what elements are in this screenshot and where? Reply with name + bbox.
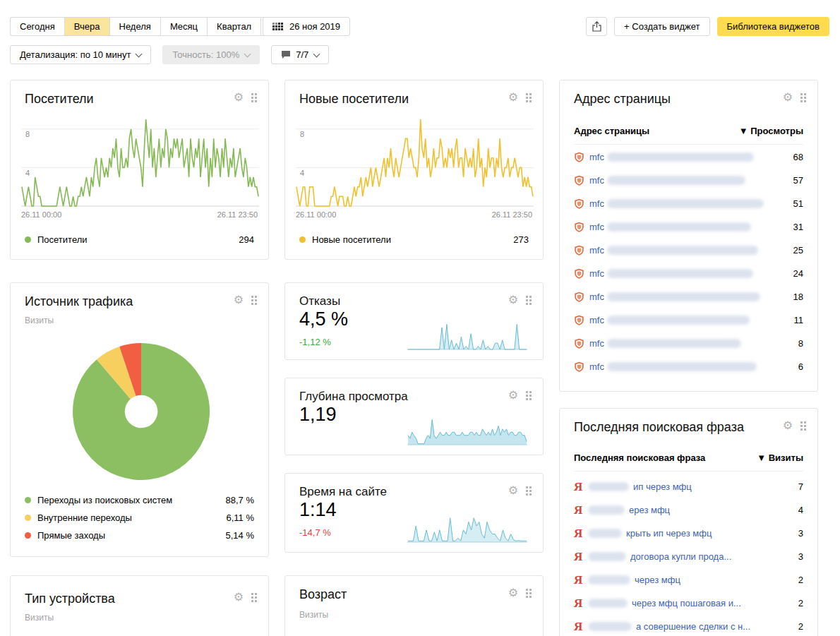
x-axis-tick: 26.11 23:50	[217, 210, 258, 219]
column-header-name[interactable]: Адрес страницы	[574, 126, 649, 136]
page-url-link[interactable]: mfc	[589, 268, 604, 279]
blurred-phrase	[588, 599, 628, 608]
visits-value: 3	[798, 551, 803, 562]
legend-dot	[25, 515, 31, 521]
gear-icon[interactable]: ⚙	[508, 294, 518, 306]
widget-device-type: Тип устройства Визиты ⚙	[10, 575, 269, 636]
drag-handle-icon[interactable]	[526, 391, 532, 400]
table-row[interactable]: Яип через мфц7	[574, 475, 803, 498]
table-row[interactable]: Якрыть ип через мфц3	[574, 522, 803, 545]
gear-icon[interactable]: ⚙	[234, 294, 244, 306]
phrase-link[interactable]: через мфц	[635, 575, 680, 585]
blurred-phrase	[588, 482, 629, 491]
page-url-link[interactable]: mfc	[589, 338, 604, 349]
legend-label: Новые посетители	[312, 234, 391, 245]
phrase-link[interactable]: крыть ип через мфц	[626, 528, 712, 539]
accuracy-dropdown[interactable]: Точность: 100%	[162, 45, 260, 64]
table-row[interactable]: mfc24	[574, 262, 803, 285]
shield-icon	[574, 315, 585, 325]
tab-month[interactable]: Месяц	[160, 17, 207, 36]
column-header-name[interactable]: Последняя поисковая фраза	[574, 452, 705, 463]
page-url-link[interactable]: mfc	[589, 245, 604, 256]
page-url-link[interactable]: mfc	[589, 175, 604, 186]
gear-icon[interactable]: ⚙	[508, 485, 518, 496]
legend-label: Прямые заходы	[37, 530, 105, 541]
gear-icon[interactable]: ⚙	[783, 420, 793, 431]
phrase-link[interactable]: ерез мфц	[629, 505, 670, 515]
legend-dot	[25, 236, 31, 243]
table-row[interactable]: mfc68	[574, 145, 803, 169]
drag-handle-icon[interactable]	[800, 93, 806, 102]
drag-handle-icon[interactable]	[526, 93, 532, 102]
phrase-link[interactable]: через мфц пошаговая и...	[632, 598, 741, 608]
gear-icon[interactable]: ⚙	[508, 587, 518, 599]
tab-today[interactable]: Сегодня	[10, 17, 64, 36]
tab-yesterday[interactable]: Вчера	[64, 17, 109, 36]
page-url-link[interactable]: mfc	[589, 315, 604, 325]
drag-handle-icon[interactable]	[251, 593, 257, 602]
blurred-url	[607, 339, 741, 348]
legend-row[interactable]: Посетители 294	[25, 234, 254, 245]
page-url-link[interactable]: mfc	[589, 361, 604, 372]
widget-age: Возраст Визиты ⚙	[284, 575, 544, 636]
widget-title: Последняя поисковая фраза	[574, 420, 744, 435]
widget-new-visitors: Новые посетители ⚙ 8 4 26.11 00:00 26.11…	[284, 80, 544, 260]
table-row[interactable]: mfc11	[574, 308, 803, 332]
page-url-link[interactable]: mfc	[589, 222, 604, 232]
comments-dropdown[interactable]: 7/7	[271, 45, 329, 64]
table-row[interactable]: Яерез мфц4	[574, 498, 803, 522]
detail-dropdown[interactable]: Детализация: по 10 минут	[10, 45, 151, 64]
legend-row[interactable]: Новые посетители 273	[299, 234, 529, 245]
phrase-link[interactable]: ип через мфц	[633, 481, 692, 492]
gear-icon[interactable]: ⚙	[234, 592, 244, 603]
gear-icon[interactable]: ⚙	[234, 92, 244, 103]
widget-title: Посетители	[25, 92, 94, 107]
accuracy-label: Точность: 100%	[172, 49, 239, 60]
create-widget-button[interactable]: + Создать виджет	[614, 17, 709, 36]
table-row[interactable]: Ядоговора купли прода...3	[574, 545, 803, 568]
drag-handle-icon[interactable]	[251, 93, 257, 102]
legend-dot	[25, 497, 31, 503]
views-value: 6	[798, 361, 803, 372]
tab-quarter[interactable]: Квартал	[207, 17, 260, 36]
table-row[interactable]: Яа совершение сделки с н...2	[574, 615, 803, 636]
metrica-dashboard: Сегодня Вчера Неделя Месяц Квартал Год 2…	[0, 0, 840, 636]
table-row[interactable]: Ячерез мфц пошаговая и...2	[574, 592, 803, 615]
table-row[interactable]: mfc8	[574, 332, 803, 355]
page-url-link[interactable]: mfc	[589, 152, 604, 162]
date-picker-button[interactable]: 26 ноя 2019	[263, 17, 350, 36]
legend-label: Посетители	[37, 234, 88, 245]
page-url-link[interactable]: mfc	[589, 198, 604, 209]
widget-library-button[interactable]: Библиотека виджетов	[717, 17, 830, 36]
visitors-line-chart	[21, 114, 259, 208]
widget-page-url: Адрес страницы ⚙ Адрес страницы ▼ Просмо…	[559, 80, 818, 392]
phrase-link[interactable]: а совершение сделки с н...	[636, 621, 750, 632]
column-header-visits[interactable]: ▼ Визиты	[757, 452, 803, 463]
column-header-views[interactable]: ▼ Просмотры	[739, 126, 803, 136]
drag-handle-icon[interactable]	[526, 486, 532, 496]
shield-icon	[574, 361, 585, 372]
table-row[interactable]: mfc6	[574, 355, 803, 378]
blurred-url	[607, 246, 758, 255]
drag-handle-icon[interactable]	[800, 421, 806, 431]
table-row[interactable]: mfc57	[574, 169, 803, 192]
kpi-delta: -14,7 %	[299, 527, 331, 538]
gear-icon[interactable]: ⚙	[508, 92, 518, 103]
legend-row: Переходы из поисковых систем 88,7 %	[25, 495, 254, 505]
yandex-icon: Я	[574, 551, 585, 563]
tab-week[interactable]: Неделя	[109, 17, 160, 36]
gear-icon[interactable]: ⚙	[508, 390, 518, 401]
table-row[interactable]: mfc25	[574, 239, 803, 262]
table-row[interactable]: Ячерез мфц2	[574, 568, 803, 592]
table-row[interactable]: mfc31	[574, 215, 803, 239]
page-url-link[interactable]: mfc	[589, 292, 604, 302]
table-row[interactable]: mfc18	[574, 285, 803, 308]
export-button[interactable]	[586, 17, 607, 36]
yandex-icon: Я	[574, 504, 585, 516]
drag-handle-icon[interactable]	[526, 589, 532, 598]
drag-handle-icon[interactable]	[251, 296, 257, 305]
gear-icon[interactable]: ⚙	[783, 92, 793, 103]
table-row[interactable]: mfc51	[574, 192, 803, 215]
drag-handle-icon[interactable]	[526, 296, 532, 305]
phrase-link[interactable]: договора купли прода...	[630, 551, 731, 562]
